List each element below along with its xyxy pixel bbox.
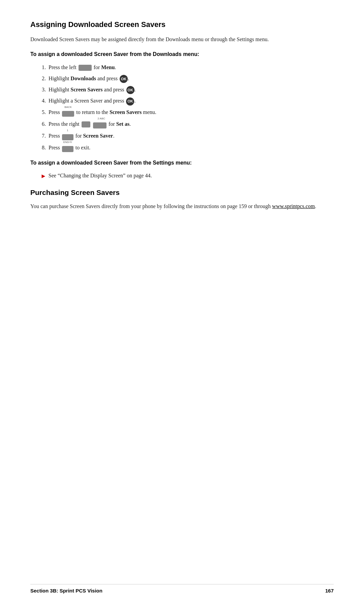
page-footer: Section 3B: Sprint PCS Vision 167	[30, 584, 334, 594]
back-key-wrap: BACK	[62, 108, 74, 117]
ok-button-icon-2: OK	[120, 75, 128, 83]
back-key-label: BACK	[64, 105, 72, 110]
bullet-item: ► See “Changing the Display Screen” on p…	[40, 171, 334, 181]
one-key-wrap: 1	[62, 132, 73, 141]
section-title: Assigning Downloaded Screen Savers	[30, 20, 334, 29]
red-arrow-icon: ►	[40, 171, 47, 181]
end-key-label: END/①	[63, 140, 72, 145]
purchasing-link[interactable]: www.sprintpcs.com	[272, 203, 315, 209]
back-key-body	[62, 111, 74, 117]
purchasing-end: .	[315, 203, 316, 209]
ok-button-icon-4: OK	[126, 97, 134, 106]
one-key-label: 1	[67, 128, 68, 133]
step-3: Highlight Screen Savers and press OK.	[47, 85, 334, 94]
end-key-body	[62, 146, 73, 152]
section1-heading: To assign a downloaded Screen Saver from…	[30, 51, 334, 57]
purchasing-paragraph: You can purchase Screen Savers directly …	[30, 202, 334, 211]
footer-right: 167	[325, 588, 334, 594]
purchasing-text-before: You can purchase Screen Savers directly …	[30, 203, 271, 209]
step-2: Highlight Downloads and press OK.	[47, 74, 334, 83]
section3-title: Purchasing Screen Savers	[30, 189, 334, 197]
right-key-1	[82, 121, 90, 127]
step-8: Press END/① to exit.	[47, 143, 334, 153]
bullet-section: ► See “Changing the Display Screen” on p…	[40, 171, 334, 181]
intro-paragraph: Downloaded Screen Savers may be assigned…	[30, 35, 334, 44]
step-6: Press the right 2 ABC for Set as.	[47, 119, 334, 129]
step-5: Press BACK to return to the Screen Saver…	[47, 108, 334, 117]
steps-list: Press the left for Menu. Highlight Downl…	[47, 63, 334, 153]
one-key-body	[62, 134, 73, 140]
footer-left: Section 3B: Sprint PCS Vision	[30, 588, 102, 594]
bullet-text: See “Changing the Display Screen” on pag…	[49, 171, 152, 180]
end-key-wrap: END/①	[62, 143, 73, 152]
section2-heading: To assign a downloaded Screen Saver from…	[30, 160, 334, 166]
step-7: Press 1 for Screen Saver.	[47, 131, 334, 141]
two-abc-key	[93, 122, 107, 128]
step-1: Press the left for Menu.	[47, 63, 334, 72]
ok-button-icon-3: OK	[126, 86, 134, 94]
two-abc-label: 2 ABC	[97, 116, 105, 121]
step-4: Highlight a Screen Saver and press OK.	[47, 96, 334, 105]
two-abc-key-wrap: 2 ABC	[93, 120, 107, 129]
menu-key-icon	[79, 65, 92, 70]
